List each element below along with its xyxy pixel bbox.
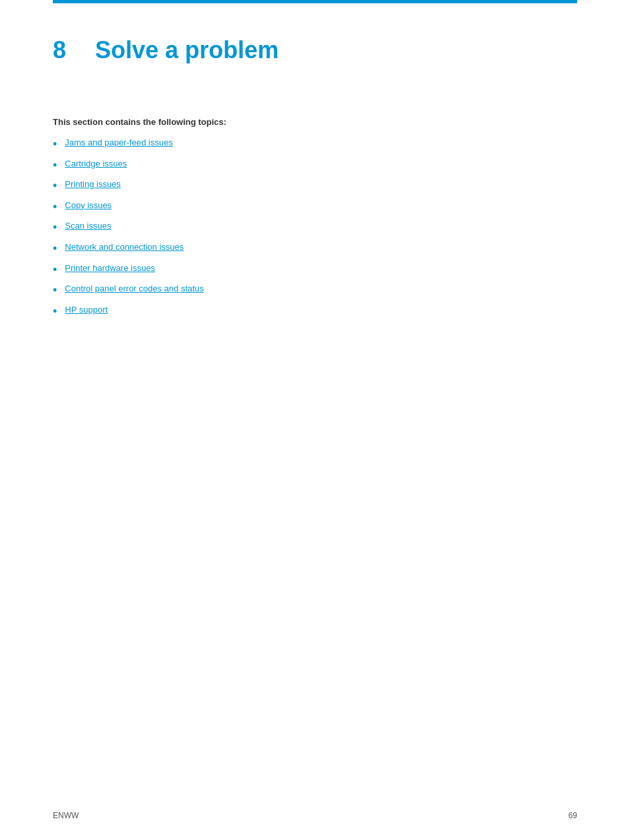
bullet-icon: • (53, 179, 57, 194)
list-item: •Control panel error codes and status (53, 284, 577, 298)
bullet-icon: • (53, 242, 57, 256)
top-bar (53, 0, 577, 3)
list-item: •Printer hardware issues (53, 263, 577, 278)
topics-list: •Jams and paper-feed issues•Cartridge is… (53, 137, 577, 319)
bullet-icon: • (53, 221, 57, 235)
topic-link-0[interactable]: Jams and paper-feed issues (65, 137, 172, 147)
list-item: •Cartridge issues (53, 159, 577, 173)
list-item: •Copy issues (53, 200, 577, 215)
bullet-icon: • (53, 263, 57, 278)
chapter-header: 8 Solve a problem (53, 23, 577, 64)
topic-link-1[interactable]: Cartridge issues (65, 159, 127, 169)
bullet-icon: • (53, 200, 57, 215)
topic-link-2[interactable]: Printing issues (65, 179, 121, 189)
list-item: •HP support (53, 305, 577, 319)
footer: ENWW 69 (53, 811, 577, 820)
footer-right: 69 (569, 811, 577, 820)
footer-left: ENWW (53, 811, 79, 820)
topic-link-6[interactable]: Printer hardware issues (65, 263, 155, 273)
list-item: •Jams and paper-feed issues (53, 137, 577, 152)
page-container: 8 Solve a problem This section contains … (0, 0, 630, 840)
list-item: •Scan issues (53, 221, 577, 235)
chapter-title: Solve a problem (95, 36, 279, 64)
section-intro: This section contains the following topi… (53, 117, 577, 127)
chapter-number: 8 (53, 36, 79, 64)
topic-link-5[interactable]: Network and connection issues (65, 242, 184, 252)
bullet-icon: • (53, 284, 57, 298)
topic-link-4[interactable]: Scan issues (65, 221, 111, 231)
list-item: •Network and connection issues (53, 242, 577, 256)
topic-link-3[interactable]: Copy issues (65, 200, 112, 210)
bullet-icon: • (53, 137, 57, 152)
bullet-icon: • (53, 305, 57, 319)
topic-link-8[interactable]: HP support (65, 305, 108, 315)
bullet-icon: • (53, 159, 57, 173)
topic-link-7[interactable]: Control panel error codes and status (65, 284, 203, 293)
list-item: •Printing issues (53, 179, 577, 194)
